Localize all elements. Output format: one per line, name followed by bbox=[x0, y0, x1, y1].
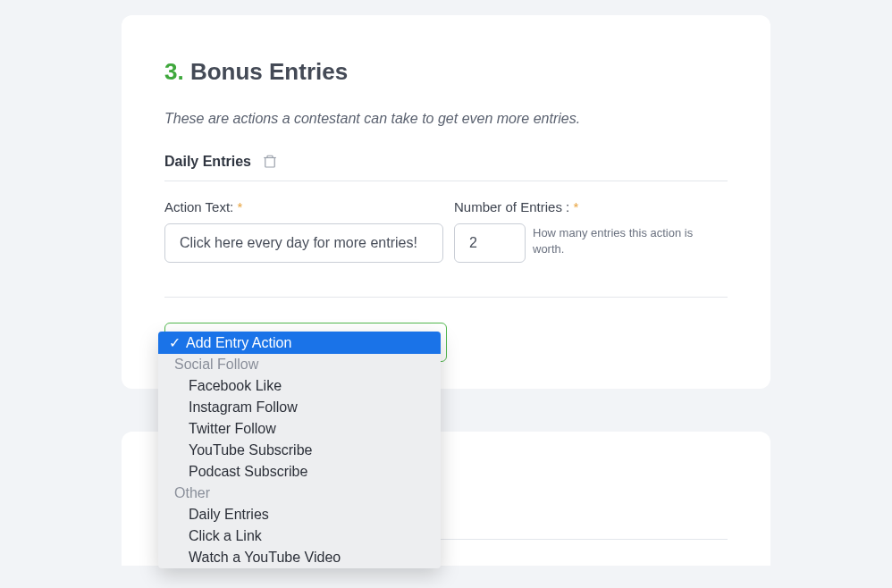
number-row: How many entries this action is worth. bbox=[454, 223, 728, 263]
required-asterisk: * bbox=[573, 199, 578, 214]
section-number: 3. bbox=[164, 58, 184, 85]
dropdown-selected-item[interactable]: ✓Add Entry Action bbox=[158, 332, 441, 354]
add-entry-select-container: ✓Add Entry Action Social Follow Facebook… bbox=[164, 323, 447, 362]
section-title: 3. Bonus Entries bbox=[164, 58, 728, 86]
action-text-label-text: Action Text: bbox=[164, 199, 233, 214]
entry-header-row: Daily Entries bbox=[164, 154, 728, 181]
dropdown-item-youtube-subscribe[interactable]: YouTube Subscribe bbox=[158, 440, 441, 461]
action-text-input[interactable] bbox=[164, 223, 443, 263]
action-text-label: Action Text: * bbox=[164, 199, 443, 214]
add-entry-dropdown: ✓Add Entry Action Social Follow Facebook… bbox=[158, 332, 441, 568]
number-entries-label: Number of Entries : * bbox=[454, 199, 728, 214]
dropdown-selected-label: Add Entry Action bbox=[186, 335, 291, 350]
number-entries-input[interactable] bbox=[454, 223, 526, 263]
dropdown-item-twitter-follow[interactable]: Twitter Follow bbox=[158, 418, 441, 440]
number-entries-col: Number of Entries : * How many entries t… bbox=[454, 199, 728, 263]
dropdown-item-watch-youtube[interactable]: Watch a YouTube Video bbox=[158, 547, 441, 568]
dropdown-item-click-link[interactable]: Click a Link bbox=[158, 525, 441, 547]
check-icon: ✓ bbox=[169, 334, 181, 351]
dropdown-group-other: Other bbox=[158, 483, 441, 504]
action-text-col: Action Text: * bbox=[164, 199, 443, 263]
entry-label: Daily Entries bbox=[164, 154, 251, 170]
trash-icon[interactable] bbox=[262, 154, 278, 170]
dropdown-group-social: Social Follow bbox=[158, 354, 441, 375]
dropdown-item-instagram-follow[interactable]: Instagram Follow bbox=[158, 397, 441, 418]
section-title-text: Bonus Entries bbox=[190, 58, 348, 85]
dropdown-item-facebook-like[interactable]: Facebook Like bbox=[158, 375, 441, 397]
required-asterisk: * bbox=[237, 199, 242, 214]
card-inner: 3. Bonus Entries These are actions a con… bbox=[122, 58, 770, 362]
number-entries-helper: How many entries this action is worth. bbox=[533, 225, 711, 257]
number-entries-label-text: Number of Entries : bbox=[454, 199, 569, 214]
fields-row: Action Text: * Number of Entries : * How… bbox=[164, 199, 728, 298]
bonus-entries-card: 3. Bonus Entries These are actions a con… bbox=[122, 15, 770, 389]
dropdown-item-daily-entries[interactable]: Daily Entries bbox=[158, 504, 441, 525]
section-description: These are actions a contestant can take … bbox=[164, 111, 728, 127]
dropdown-item-podcast-subscribe[interactable]: Podcast Subscribe bbox=[158, 461, 441, 483]
svg-rect-0 bbox=[265, 158, 275, 168]
